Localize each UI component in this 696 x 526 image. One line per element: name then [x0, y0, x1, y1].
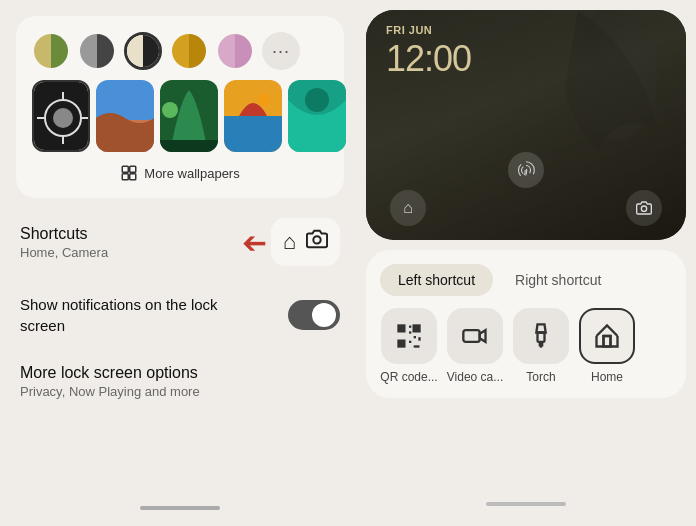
more-wallpapers-button[interactable]: More wallpapers [32, 162, 328, 182]
torch-label: Torch [526, 370, 555, 384]
svg-point-2 [53, 108, 73, 128]
phone-lock-screen: FRI JUN 12:00 ⌂ [366, 10, 686, 240]
shortcut-item-torch[interactable]: Torch [512, 308, 570, 384]
camera-icon [306, 228, 328, 256]
shortcuts-right: ➔ ⌂ [242, 218, 340, 266]
more-swatches-button[interactable]: ··· [262, 32, 300, 70]
shortcuts-section: Shortcuts Home, Camera ➔ ⌂ [16, 210, 344, 274]
svg-point-14 [258, 94, 270, 106]
shortcut-picker: Left shortcut Right shortcut [366, 250, 686, 398]
svg-point-16 [305, 88, 329, 112]
wallpapers-icon [120, 164, 138, 182]
swatch-3-selected[interactable] [124, 32, 162, 70]
bottom-navigation-bar-right [486, 502, 566, 506]
svg-rect-10 [160, 140, 218, 152]
swatch-2[interactable] [78, 32, 116, 70]
shortcut-item-home[interactable]: Home [578, 308, 636, 384]
home-shortcut-icon [593, 322, 621, 350]
qr-code-icon-box[interactable] [381, 308, 437, 364]
wallpaper-thumb-1[interactable] [32, 80, 90, 152]
qr-code-icon [395, 322, 423, 350]
wallpaper-section: ··· [16, 16, 344, 198]
video-camera-icon-box[interactable] [447, 308, 503, 364]
svg-point-21 [313, 236, 320, 243]
more-wallpapers-label: More wallpapers [144, 166, 239, 181]
more-options-title: More lock screen options [20, 364, 340, 382]
torch-icon-box[interactable] [513, 308, 569, 364]
shortcuts-text: Shortcuts Home, Camera [20, 225, 108, 260]
video-camera-icon [461, 322, 489, 350]
swatch-4[interactable] [170, 32, 208, 70]
right-panel: FRI JUN 12:00 ⌂ [360, 0, 696, 526]
home-icon-box[interactable] [579, 308, 635, 364]
lock-date: FRI JUN [386, 24, 666, 36]
color-swatches: ··· [32, 32, 328, 70]
shortcuts-subtitle: Home, Camera [20, 245, 108, 260]
notifications-section: Show notifications on the lock screen [16, 286, 344, 344]
more-options-section[interactable]: More lock screen options Privacy, Now Pl… [16, 356, 344, 407]
shortcut-icons-box[interactable]: ⌂ [271, 218, 340, 266]
svg-point-11 [162, 102, 178, 118]
wallpaper-thumb-4[interactable] [224, 80, 282, 152]
svg-rect-30 [400, 342, 404, 346]
swatch-1[interactable] [32, 32, 70, 70]
svg-rect-17 [123, 166, 129, 172]
svg-rect-28 [415, 327, 419, 331]
svg-rect-19 [123, 174, 129, 180]
lock-screen-content: FRI JUN 12:00 [366, 10, 686, 240]
left-panel: ··· [0, 0, 360, 526]
bottom-navigation-bar [140, 506, 220, 510]
svg-rect-39 [538, 333, 545, 342]
svg-rect-20 [130, 174, 136, 180]
lock-time: 12:00 [386, 38, 666, 80]
shortcut-tabs: Left shortcut Right shortcut [380, 264, 672, 296]
red-arrow-icon: ➔ [242, 225, 267, 260]
wallpaper-thumb-3[interactable] [160, 80, 218, 152]
shortcut-icon-grid: QR code... Video ca... [380, 308, 672, 384]
shortcut-item-qr[interactable]: QR code... [380, 308, 438, 384]
svg-rect-18 [130, 166, 136, 172]
shortcut-item-video[interactable]: Video ca... [446, 308, 504, 384]
tab-right-shortcut[interactable]: Right shortcut [497, 264, 619, 296]
tab-left-shortcut[interactable]: Left shortcut [380, 264, 493, 296]
notifications-label: Show notifications on the lock screen [20, 294, 240, 336]
svg-rect-41 [604, 336, 611, 347]
torch-icon [527, 322, 555, 350]
svg-rect-38 [463, 330, 479, 342]
shortcuts-title: Shortcuts [20, 225, 108, 243]
swatch-5[interactable] [216, 32, 254, 70]
home-label: Home [591, 370, 623, 384]
qr-code-label: QR code... [380, 370, 437, 384]
wallpaper-thumbnails [32, 80, 328, 152]
notifications-toggle[interactable] [288, 300, 340, 330]
video-camera-label: Video ca... [447, 370, 503, 384]
wallpaper-thumb-5[interactable] [288, 80, 346, 152]
home-icon: ⌂ [283, 229, 296, 255]
toggle-knob [312, 303, 336, 327]
svg-rect-26 [400, 327, 404, 331]
wallpaper-thumb-2[interactable] [96, 80, 154, 152]
more-options-subtitle: Privacy, Now Playing and more [20, 384, 340, 399]
svg-rect-13 [224, 116, 282, 152]
